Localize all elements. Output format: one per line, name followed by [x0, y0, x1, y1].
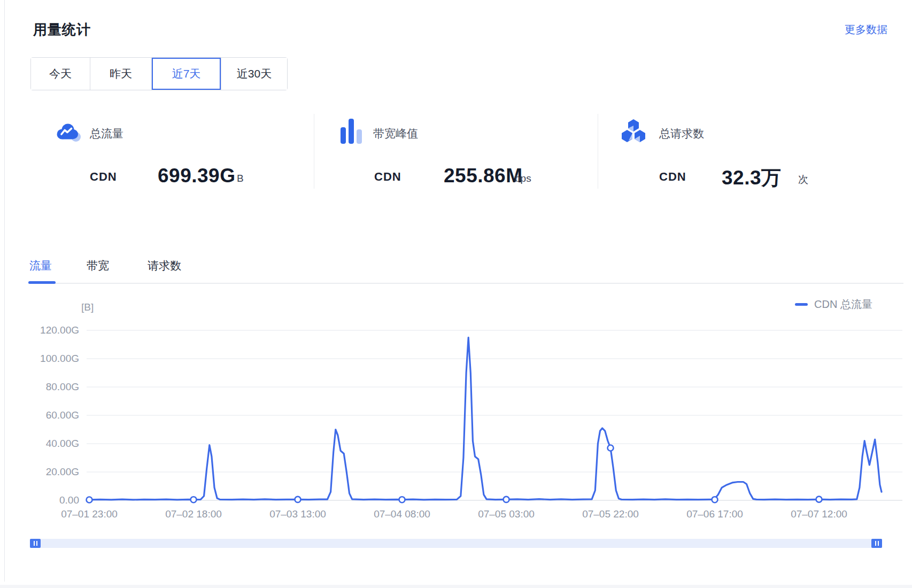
- traffic-line-chart[interactable]: [0, 0, 912, 588]
- datazoom-left-handle[interactable]: [30, 539, 41, 548]
- datazoom-slider-track[interactable]: [30, 539, 882, 548]
- datazoom-right-handle[interactable]: [871, 539, 882, 548]
- active-tab-underline: [28, 281, 56, 284]
